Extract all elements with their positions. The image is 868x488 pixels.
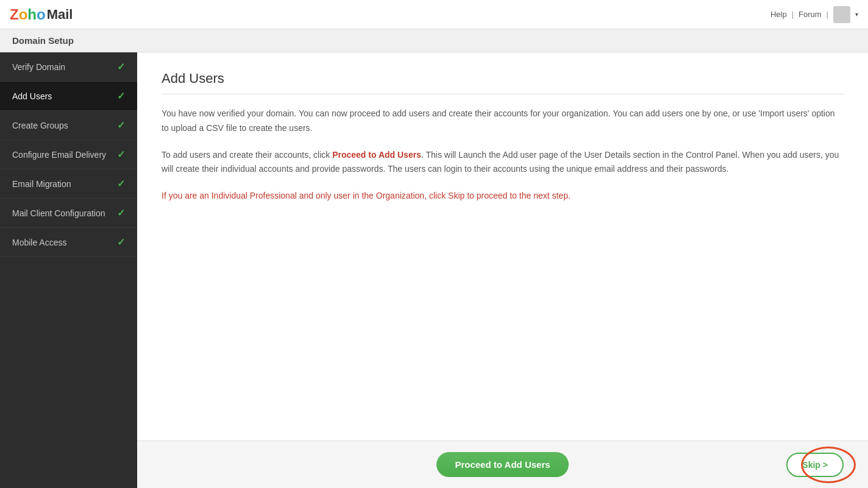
intro-paragraph: You have now verified your domain. You c… <box>162 107 844 136</box>
check-icon: ✓ <box>117 90 125 102</box>
dropdown-arrow-icon[interactable]: ▾ <box>855 11 858 18</box>
sidebar: Verify Domain ✓ Add Users ✓ Create Group… <box>0 52 137 488</box>
sidebar-item-label: Configure Email Delivery <box>12 150 106 160</box>
sidebar-item-label: Mail Client Configuration <box>12 208 105 218</box>
sidebar-item-label: Verify Domain <box>12 62 65 72</box>
logo-zoho: Zoho <box>10 6 46 23</box>
check-icon: ✓ <box>117 61 125 72</box>
forum-link[interactable]: Forum <box>799 10 822 19</box>
instructions-paragraph: To add users and create their accounts, … <box>162 148 844 177</box>
check-icon: ✓ <box>117 207 125 219</box>
check-icon: ✓ <box>117 236 125 248</box>
sidebar-item-add-users[interactable]: Add Users ✓ <box>0 82 137 111</box>
check-icon: ✓ <box>117 119 125 131</box>
main-layout: Verify Domain ✓ Add Users ✓ Create Group… <box>0 52 868 488</box>
sidebar-item-configure-email-delivery[interactable]: Configure Email Delivery ✓ <box>0 140 137 169</box>
sidebar-item-label: Create Groups <box>12 121 68 130</box>
logo-mail: Mail <box>47 7 73 23</box>
sidebar-item-label: Add Users <box>12 91 52 101</box>
proceed-to-add-users-button[interactable]: Proceed to Add Users <box>436 452 568 477</box>
check-icon: ✓ <box>117 149 125 160</box>
sidebar-item-label: Email Migration <box>12 179 71 189</box>
separator1: | <box>792 10 794 19</box>
sidebar-item-verify-domain[interactable]: Verify Domain ✓ <box>0 52 137 82</box>
separator2: | <box>827 10 828 19</box>
intro-text: You have now verified your domain. You c… <box>162 108 835 133</box>
help-link[interactable]: Help <box>770 10 787 19</box>
sidebar-item-label: Mobile Access <box>12 238 66 247</box>
check-icon: ✓ <box>117 178 125 189</box>
content-body: Add Users You have now verified your dom… <box>137 52 868 440</box>
sidebar-item-mail-client-configuration[interactable]: Mail Client Configuration ✓ <box>0 199 137 228</box>
instructions-pre: To add users and create their accounts, … <box>162 150 332 160</box>
header: Zoho Mail Help | Forum | ▾ <box>0 0 868 29</box>
proceed-link[interactable]: Proceed to Add Users <box>332 150 421 160</box>
page-title: Add Users <box>162 71 844 94</box>
domain-setup-bar: Domain Setup <box>0 29 868 52</box>
avatar[interactable] <box>833 6 850 23</box>
sidebar-item-mobile-access[interactable]: Mobile Access ✓ <box>0 228 137 257</box>
individual-text: If you are an Individual Professional an… <box>162 191 571 200</box>
logo: Zoho Mail <box>10 6 73 23</box>
sidebar-item-email-migration[interactable]: Email Migration ✓ <box>0 169 137 199</box>
header-nav: Help | Forum | ▾ <box>770 6 858 23</box>
individual-paragraph: If you are an Individual Professional an… <box>162 189 844 203</box>
sidebar-item-create-groups[interactable]: Create Groups ✓ <box>0 111 137 140</box>
domain-setup-label: Domain Setup <box>12 35 74 46</box>
footer-bar: Proceed to Add Users Skip > <box>137 440 868 488</box>
skip-button[interactable]: Skip > <box>786 453 844 477</box>
content-area: Add Users You have now verified your dom… <box>137 52 868 488</box>
